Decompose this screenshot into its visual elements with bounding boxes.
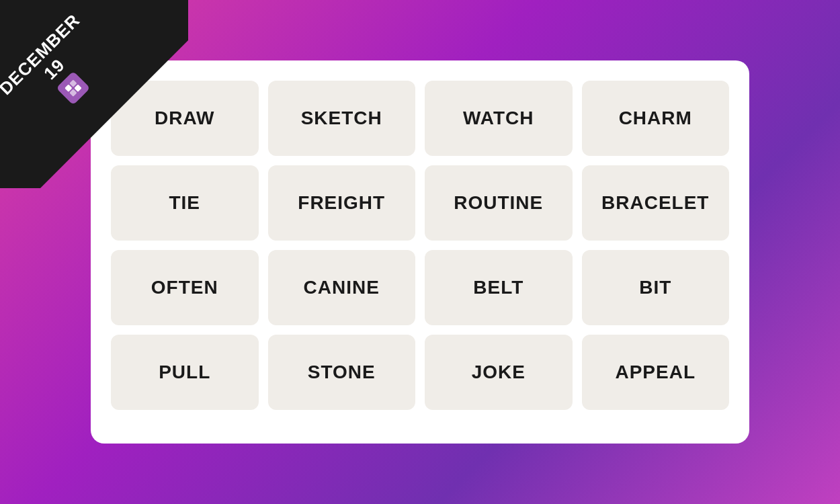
word-text: APPEAL bbox=[615, 362, 696, 383]
word-cell[interactable]: CHARM bbox=[582, 81, 730, 156]
word-cell[interactable]: FREIGHT bbox=[268, 165, 416, 241]
word-text: PULL bbox=[159, 362, 210, 383]
svg-rect-2 bbox=[70, 89, 77, 97]
word-text: BIT bbox=[639, 277, 671, 298]
word-text: OFTEN bbox=[151, 277, 218, 298]
word-cell[interactable]: SKETCH bbox=[268, 81, 416, 156]
svg-rect-1 bbox=[70, 80, 77, 87]
svg-rect-0 bbox=[65, 85, 72, 92]
main-card: DRAWSKETCHWATCHCHARMTIEFREIGHTROUTINEBRA… bbox=[91, 60, 749, 444]
svg-rect-3 bbox=[75, 85, 82, 92]
word-text: JOKE bbox=[472, 362, 526, 383]
word-cell[interactable]: OFTEN bbox=[111, 250, 259, 325]
word-text: BRACELET bbox=[601, 192, 709, 214]
word-text: TIE bbox=[169, 192, 200, 214]
word-text: SKETCH bbox=[301, 108, 382, 129]
word-cell[interactable]: BRACELET bbox=[582, 165, 730, 241]
word-cell[interactable]: WATCH bbox=[425, 81, 573, 156]
word-text: FREIGHT bbox=[298, 192, 385, 214]
grid-icon bbox=[63, 78, 84, 99]
word-cell[interactable]: CANINE bbox=[268, 250, 416, 325]
word-cell[interactable]: BELT bbox=[425, 250, 573, 325]
word-cell[interactable]: JOKE bbox=[425, 335, 573, 410]
word-text: CHARM bbox=[619, 108, 692, 129]
word-text: CANINE bbox=[304, 277, 380, 298]
word-cell[interactable]: APPEAL bbox=[582, 335, 730, 410]
word-text: STONE bbox=[308, 362, 376, 383]
word-text: ROUTINE bbox=[454, 192, 543, 214]
word-cell[interactable]: ROUTINE bbox=[425, 165, 573, 241]
word-cell[interactable]: PULL bbox=[111, 335, 259, 410]
word-text: BELT bbox=[473, 277, 523, 298]
word-text: WATCH bbox=[463, 108, 534, 129]
word-cell[interactable]: STONE bbox=[268, 335, 416, 410]
word-cell[interactable]: BIT bbox=[582, 250, 730, 325]
word-grid: DRAWSKETCHWATCHCHARMTIEFREIGHTROUTINEBRA… bbox=[111, 81, 729, 410]
corner-banner: DECEMBER 19 bbox=[0, 0, 188, 188]
